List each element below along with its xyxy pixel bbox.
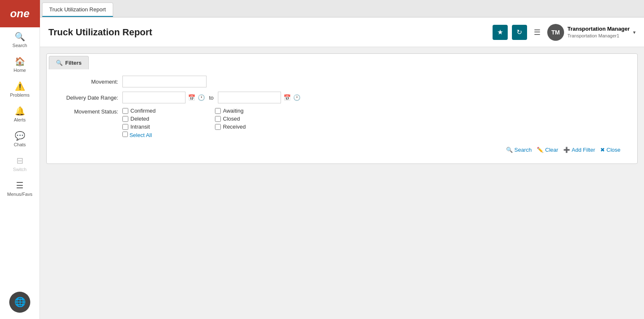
sidebar-bottom: 🌐: [0, 292, 40, 319]
page-header: Truck Utilization Report ★ ↻ ☰ TM Transp…: [40, 18, 644, 47]
calendar-to-icon[interactable]: 📅: [284, 94, 291, 101]
clock-to-icon[interactable]: 🕐: [293, 94, 300, 101]
clear-link[interactable]: ✏️ Clear: [537, 147, 558, 153]
clear-icon: ✏️: [537, 147, 543, 153]
home-icon: 🏠: [15, 56, 25, 66]
warning-icon: ⚠️: [15, 81, 25, 91]
awaiting-label: Awaiting: [223, 108, 244, 114]
movement-status-row: Movement Status: Confirmed Awaiting: [55, 108, 629, 138]
checkbox-closed: Closed: [215, 116, 299, 122]
bell-icon: 🔔: [15, 106, 25, 116]
closed-label: Closed: [223, 116, 240, 122]
date-from-input[interactable]: [122, 92, 186, 103]
page-body: 🔍 Filters Movement: Delivery Date Range:…: [40, 47, 644, 319]
checkbox-awaiting: Awaiting: [215, 108, 299, 114]
add-icon: ➕: [563, 147, 570, 153]
confirmed-label: Confirmed: [130, 108, 156, 114]
chevron-down-icon: ▾: [633, 29, 636, 35]
sidebar-item-label: Alerts: [14, 117, 26, 122]
deleted-checkbox[interactable]: [122, 116, 128, 122]
user-area[interactable]: TM Transportation Manager Transportation…: [547, 24, 636, 41]
globe-button[interactable]: 🌐: [9, 292, 30, 313]
clock-from-icon[interactable]: 🕐: [198, 94, 205, 101]
deleted-label: Deleted: [130, 116, 149, 122]
sidebar-item-label: Home: [13, 68, 26, 73]
add-filter-label: Add Filter: [572, 147, 595, 153]
select-all-link[interactable]: Select All: [130, 132, 152, 138]
sidebar-item-home[interactable]: 🏠 Home: [0, 52, 40, 77]
sidebar: one 🔍 Search 🏠 Home ⚠️ Problems 🔔 Alerts…: [0, 0, 40, 319]
date-to-text: to: [209, 95, 214, 101]
page-title: Truck Utilization Report: [48, 27, 493, 38]
sidebar-item-menus[interactable]: ☰ Menus/Favs: [0, 176, 40, 201]
confirmed-checkbox[interactable]: [122, 108, 128, 114]
received-checkbox[interactable]: [215, 124, 221, 130]
search-link-label: Search: [514, 147, 532, 153]
app-logo[interactable]: one: [0, 0, 40, 27]
date-range-wrap: 📅 🕐 to 📅 🕐: [122, 92, 300, 103]
favorite-button[interactable]: ★: [493, 25, 508, 40]
close-link-label: Close: [607, 147, 620, 153]
sidebar-item-label: Menus/Favs: [7, 192, 32, 197]
movement-input[interactable]: [122, 76, 207, 87]
filters-body: Movement: Delivery Date Range: 📅 🕐 to 📅 …: [47, 69, 637, 163]
status-checkboxes: Confirmed Awaiting Deleted: [122, 108, 299, 138]
globe-icon: 🌐: [14, 297, 26, 308]
switch-icon: ⊟: [16, 156, 24, 166]
tab-label: Truck Utilization Report: [49, 6, 106, 13]
awaiting-checkbox[interactable]: [215, 108, 221, 114]
sidebar-item-label: Search: [13, 43, 27, 48]
add-filter-link[interactable]: ➕ Add Filter: [563, 147, 595, 153]
movement-label: Movement:: [55, 79, 122, 85]
checkbox-intransit: Intransit: [122, 124, 207, 130]
main-content: Truck Utilization Report Truck Utilizati…: [40, 0, 644, 319]
user-info: Transportation Manager Transportation Ma…: [567, 25, 630, 40]
sidebar-item-search[interactable]: 🔍 Search: [0, 27, 40, 52]
logo-text: one: [10, 7, 29, 20]
checkbox-received: Received: [215, 124, 299, 130]
tab-bar: Truck Utilization Report: [40, 0, 644, 18]
intransit-label: Intransit: [130, 124, 150, 130]
filters-panel: 🔍 Filters Movement: Delivery Date Range:…: [46, 53, 638, 164]
sidebar-item-label: Switch: [13, 167, 27, 172]
checkboxes-grid: Confirmed Awaiting Deleted: [122, 108, 299, 130]
filters-tab[interactable]: 🔍 Filters: [49, 56, 89, 69]
movement-row: Movement:: [55, 76, 629, 87]
close-link[interactable]: ✖ Close: [600, 147, 620, 153]
close-icon: ✖: [600, 147, 605, 153]
calendar-from-icon[interactable]: 📅: [188, 94, 195, 101]
search-action-icon: 🔍: [506, 147, 513, 153]
chat-icon: 💬: [15, 131, 25, 141]
filter-icon: 🔍: [56, 60, 63, 66]
header-actions: ★ ↻ ☰ TM Transportation Manager Transpor…: [493, 24, 636, 41]
filter-actions: 🔍 Search ✏️ Clear ➕ Add Filter ✖ Close: [55, 142, 629, 155]
movement-status-label: Movement Status:: [55, 108, 122, 115]
received-label: Received: [223, 124, 246, 130]
delivery-date-label: Delivery Date Range:: [55, 95, 122, 101]
tab-truck-utilization[interactable]: Truck Utilization Report: [42, 3, 113, 17]
user-name: Transportation Manager: [567, 25, 630, 33]
date-to-input[interactable]: [218, 92, 281, 103]
clear-link-label: Clear: [545, 147, 558, 153]
sidebar-item-problems[interactable]: ⚠️ Problems: [0, 77, 40, 102]
delivery-date-row: Delivery Date Range: 📅 🕐 to 📅 🕐: [55, 92, 629, 103]
sidebar-item-switch[interactable]: ⊟ Switch: [0, 151, 40, 176]
select-all-checkbox[interactable]: [122, 132, 128, 137]
checkbox-deleted: Deleted: [122, 116, 207, 122]
select-all-wrap: Select All: [122, 132, 299, 138]
menu-icon: ☰: [16, 180, 24, 190]
sidebar-item-alerts[interactable]: 🔔 Alerts: [0, 102, 40, 127]
search-icon: 🔍: [15, 32, 25, 42]
refresh-button[interactable]: ↻: [512, 25, 527, 40]
user-role: Transportation Manager1: [567, 33, 630, 39]
filters-tab-label: Filters: [65, 60, 82, 66]
sidebar-item-chats[interactable]: 💬 Chats: [0, 127, 40, 151]
sidebar-item-label: Problems: [10, 92, 29, 98]
avatar: TM: [547, 24, 564, 41]
search-link[interactable]: 🔍 Search: [506, 147, 532, 153]
sidebar-item-label: Chats: [14, 142, 26, 147]
hamburger-menu-button[interactable]: ☰: [531, 25, 543, 40]
intransit-checkbox[interactable]: [122, 124, 128, 130]
closed-checkbox[interactable]: [215, 116, 221, 122]
checkbox-confirmed: Confirmed: [122, 108, 207, 114]
